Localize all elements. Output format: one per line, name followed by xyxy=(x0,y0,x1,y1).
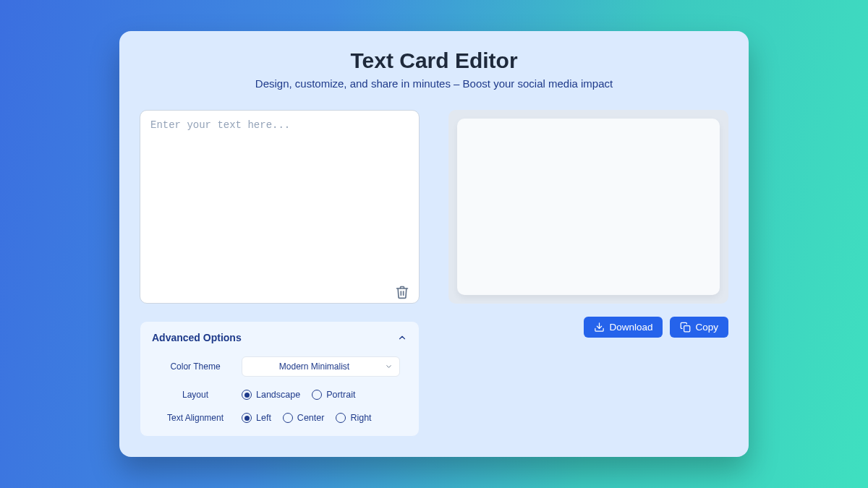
advanced-panel: Advanced Options Color Theme Modern Mini… xyxy=(140,321,420,437)
alignment-row: Text Alignment Left Center xyxy=(159,413,400,423)
page-subtitle: Design, customize, and share in minutes … xyxy=(140,77,728,90)
download-button-label: Download xyxy=(609,322,652,333)
trash-icon xyxy=(395,285,409,299)
layout-label: Layout xyxy=(159,390,231,400)
advanced-body: Color Theme Modern Minimalist Layout Lan… xyxy=(152,356,407,423)
color-theme-row: Color Theme Modern Minimalist xyxy=(159,356,400,377)
color-theme-label: Color Theme xyxy=(159,361,231,372)
left-column: Advanced Options Color Theme Modern Mini… xyxy=(140,110,420,437)
advanced-toggle[interactable]: Advanced Options xyxy=(152,332,407,343)
preview-canvas xyxy=(457,119,720,295)
actions-row: Download Copy xyxy=(448,317,728,338)
textarea-wrap xyxy=(140,110,420,307)
preview-box xyxy=(448,110,728,304)
alignment-radio-group: Left Center Right xyxy=(242,413,372,423)
svg-rect-1 xyxy=(684,326,690,332)
color-theme-select[interactable]: Modern Minimalist xyxy=(242,356,400,377)
layout-radio-group: Landscape Portrait xyxy=(242,390,355,400)
color-theme-select-wrap: Modern Minimalist xyxy=(242,356,400,377)
download-button[interactable]: Download xyxy=(584,317,663,338)
alignment-radio-right-label: Right xyxy=(350,413,371,423)
alignment-radio-center-label: Center xyxy=(297,413,325,423)
layout-radio-portrait-label: Portrait xyxy=(326,390,355,400)
alignment-radio-left[interactable]: Left xyxy=(242,413,271,423)
radio-circle-icon xyxy=(283,413,293,423)
radio-circle-icon xyxy=(312,390,322,400)
layout-radio-landscape-label: Landscape xyxy=(256,390,300,400)
page-title: Text Card Editor xyxy=(140,48,728,73)
radio-circle-icon xyxy=(242,413,252,423)
alignment-radio-left-label: Left xyxy=(256,413,271,423)
editor-card: Text Card Editor Design, customize, and … xyxy=(119,31,749,457)
alignment-radio-right[interactable]: Right xyxy=(336,413,371,423)
radio-circle-icon xyxy=(242,390,252,400)
copy-icon xyxy=(680,322,691,333)
text-input[interactable] xyxy=(140,110,420,304)
clear-button[interactable] xyxy=(395,285,409,299)
layout-row: Layout Landscape Portrait xyxy=(159,390,400,400)
advanced-title: Advanced Options xyxy=(152,332,242,343)
layout-radio-portrait[interactable]: Portrait xyxy=(312,390,355,400)
layout-radio-landscape[interactable]: Landscape xyxy=(242,390,300,400)
alignment-radio-center[interactable]: Center xyxy=(283,413,325,423)
copy-button[interactable]: Copy xyxy=(670,317,728,338)
radio-circle-icon xyxy=(336,413,346,423)
main-row: Advanced Options Color Theme Modern Mini… xyxy=(140,110,728,437)
right-column: Download Copy xyxy=(448,110,728,437)
copy-button-label: Copy xyxy=(695,322,718,333)
alignment-label: Text Alignment xyxy=(159,413,231,423)
chevron-up-icon xyxy=(397,333,407,343)
download-icon xyxy=(594,322,605,333)
